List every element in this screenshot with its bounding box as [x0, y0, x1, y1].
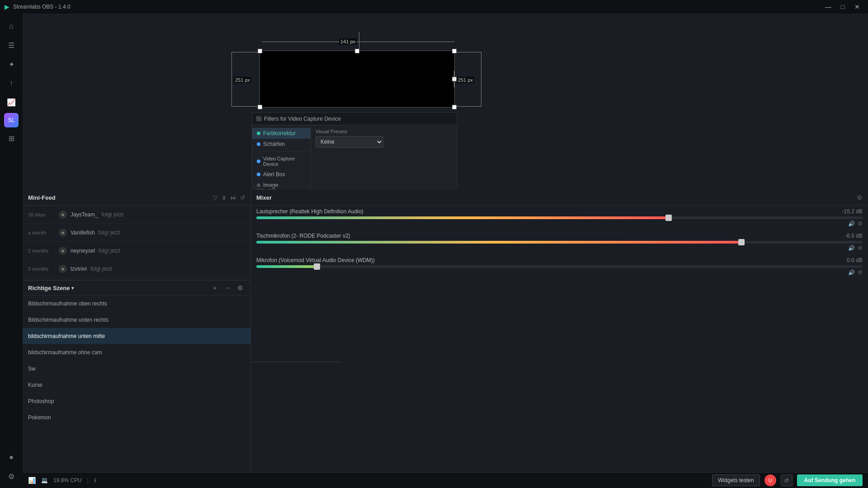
info-icon[interactable]: ℹ	[94, 477, 96, 483]
bottom-bar-left: 📊 💻 19.8% CPU | ℹ	[28, 477, 96, 484]
sidebar-item-settings[interactable]: ⚙	[3, 468, 19, 484]
filter-item-video[interactable]: Video Capture Device	[252, 154, 311, 169]
main-layout: ⌂ ☰ ✦ ↑ 📈 SL ⊞ ☻ ⚙ 141 px 251 px 251	[0, 14, 868, 488]
filter-dot	[257, 173, 260, 176]
mixer-bar-bg-2	[256, 265, 863, 268]
scene-item-label-6: Photoshop	[28, 398, 54, 404]
sidebar-item-home[interactable]: ⌂	[3, 18, 19, 34]
handle-bl[interactable]	[258, 105, 262, 109]
feed-item-2: 2 months ☻ neyneysel folgt jetzt	[23, 242, 250, 260]
mixer-handle-0[interactable]	[665, 215, 672, 221]
filters-title: Filters for Video Capture Device	[264, 116, 341, 122]
chart-icon: 📊	[28, 477, 36, 484]
handle-tm[interactable]	[355, 49, 359, 53]
visual-presets-select[interactable]: Keine	[316, 136, 383, 148]
scene-item-4[interactable]: Sw	[23, 361, 250, 377]
scene-item-3[interactable]: bildschirmaufnahme ohne cam	[23, 344, 250, 361]
feed-time-1: a month	[28, 230, 55, 235]
close-button[interactable]: ✕	[851, 2, 863, 11]
feed-icon-0: ☻	[59, 211, 67, 219]
scene-title: Richtige Szene ▾	[28, 285, 74, 291]
maximize-button[interactable]: □	[836, 2, 849, 11]
filter-item-farbkorrektur[interactable]: Farbkorrektur	[252, 128, 311, 139]
handle-tl[interactable]	[258, 49, 262, 53]
feed-action-0: folgt jetzt	[102, 211, 123, 218]
mixer-channel-2: Mikrofon (Voicemod Virtual Audio Device …	[251, 254, 868, 279]
scene-item-2[interactable]: bildschirmaufnahme unten mitte	[23, 328, 250, 344]
filter-dot	[257, 131, 260, 135]
scene-item-7[interactable]: Pokemon	[23, 409, 250, 426]
feed-action-3: folgt jetzt	[90, 266, 112, 272]
mini-feed: Mini-Feed ▽ ⏸ ⏭ ↺ 16 days ☻ JaysTeam_ fo…	[23, 190, 251, 472]
mixer-icons-0: 🔊 ⚙	[256, 221, 863, 227]
sidebar-item-feed[interactable]: ☰	[3, 37, 19, 53]
mixer-bar-bg-0	[256, 216, 863, 219]
remove-filter-button[interactable]: −	[267, 189, 277, 190]
filter-icon[interactable]: ▽	[213, 194, 217, 201]
app-title: Streamlabs OBS - 1.4.0	[13, 4, 71, 10]
add-filter-button[interactable]: +	[255, 189, 265, 190]
scene-item-5[interactable]: Kurse	[23, 377, 250, 393]
sidebar-item-upload[interactable]: ↑	[3, 75, 19, 91]
center-area: 141 px 251 px 251 px	[23, 14, 868, 488]
sidebar-item-special[interactable]: SL	[4, 113, 19, 127]
minimize-button[interactable]: —	[822, 2, 835, 11]
user-avatar[interactable]: U	[764, 474, 776, 486]
mixer-settings-icon[interactable]: ⚙	[857, 194, 863, 201]
remove-scene-button[interactable]: −	[222, 283, 232, 293]
feed-item-0: 16 days ☻ JaysTeam_ folgt jetzt	[23, 206, 250, 224]
filter-item-alertbox[interactable]: Alert Box	[252, 169, 311, 180]
mixer-handle-2[interactable]	[314, 263, 320, 270]
scene-item-label-0: Bildschirmaufnahme oben rechts	[28, 300, 107, 307]
handle-tr[interactable]	[452, 49, 457, 53]
mixer-volume-icon-0[interactable]: 🔊	[848, 221, 855, 227]
sidebar-item-tools[interactable]: ✦	[3, 56, 19, 72]
scene-item-6[interactable]: Photoshop	[23, 393, 250, 409]
filter-item-schaerfen[interactable]: Schärfen	[252, 139, 311, 150]
feed-name-2: neyneysel	[71, 248, 95, 254]
scene-item-0[interactable]: Bildschirmaufnahme oben rechts	[23, 296, 250, 312]
mixer-volume-icon-2[interactable]: 🔊	[848, 269, 855, 276]
scene-item-label-3: bildschirmaufnahme ohne cam	[28, 349, 102, 356]
pause-icon[interactable]: ⏸	[221, 194, 227, 201]
dim-line-top	[359, 32, 359, 50]
mixer-volume-icon-1[interactable]: 🔊	[848, 245, 855, 251]
dim-line-v-right	[481, 52, 481, 106]
app-logo-icon: ▶	[5, 3, 9, 10]
filter-dot	[257, 142, 260, 146]
mixer-channel-db-1: -6.5 dB	[845, 233, 863, 239]
sidebar-item-faces[interactable]: ☻	[3, 449, 19, 465]
mixer-handle-1[interactable]	[738, 239, 745, 245]
bottom-bar-right: Widgets testen U ↺ Auf Sendung gehen	[712, 474, 863, 486]
mini-feed-icons: ▽ ⏸ ⏭ ↺	[213, 194, 245, 201]
scene-item-1[interactable]: Bildschirmaufnahme unten rechts	[23, 312, 250, 328]
skip-icon[interactable]: ⏭	[231, 194, 236, 201]
sidebar-item-chart[interactable]: 📈	[3, 94, 19, 110]
scene-header: Richtige Szene ▾ + − ⚙	[23, 280, 250, 296]
filters-titlebar: ⬛ Filters for Video Capture Device	[252, 113, 457, 125]
mixer-icons-2: 🔊 ⚙	[256, 269, 863, 276]
dim-line-right	[454, 52, 481, 52]
mixer-channel-name-2: Mikrofon (Voicemod Virtual Audio Device …	[256, 257, 375, 263]
titlebar-controls[interactable]: — □ ✕	[822, 2, 863, 11]
mixer-settings-btn-1[interactable]: ⚙	[858, 245, 863, 251]
scene-item-label-7: Pokemon	[28, 414, 51, 421]
go-live-button[interactable]: Auf Sendung gehen	[797, 474, 863, 486]
add-scene-button[interactable]: +	[210, 283, 220, 293]
handle-mr[interactable]	[452, 77, 457, 81]
refresh-icon[interactable]: ↺	[240, 194, 245, 201]
feed-action-1: folgt jetzt	[99, 230, 120, 236]
filter-label: Farbkorrektur	[263, 130, 296, 136]
mixer-settings-btn-0[interactable]: ⚙	[858, 221, 863, 227]
mixer-channel-0: Lautsprecher (Realtek High Definition Au…	[251, 206, 868, 230]
scene-settings-button[interactable]: ⚙	[235, 283, 245, 293]
widgets-test-button[interactable]: Widgets testen	[712, 474, 760, 486]
scene-item-label-2: bildschirmaufnahme unten mitte	[28, 333, 105, 339]
cpu-label: 19.8% CPU	[53, 477, 82, 483]
handle-br[interactable]	[452, 105, 457, 109]
sidebar-item-grid[interactable]: ⊞	[3, 130, 19, 146]
mixer-settings-btn-2[interactable]: ⚙	[858, 269, 863, 276]
mixer-channel-header-0: Lautsprecher (Realtek High Definition Au…	[256, 208, 863, 215]
refresh-button[interactable]: ↺	[781, 474, 793, 486]
sources-list	[251, 361, 341, 362]
